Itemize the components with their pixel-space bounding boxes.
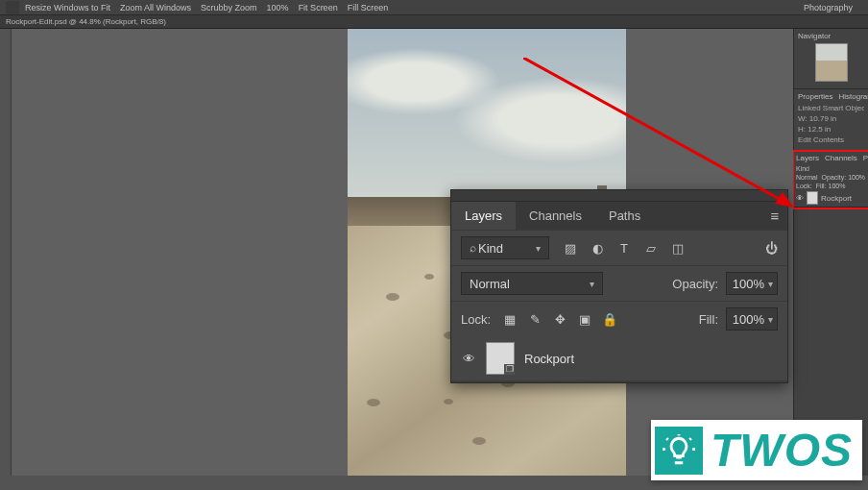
- filter-kind-dropdown[interactable]: ⌕ Kind ▾: [461, 236, 549, 259]
- prop-width: W: 10.79 in: [798, 114, 864, 123]
- fill-field[interactable]: 100% ▾: [726, 307, 778, 331]
- filter-adjust-icon[interactable]: ◐: [590, 240, 605, 256]
- opt-zoom-all[interactable]: Zoom All Windows: [120, 3, 191, 12]
- mini-paths-tab[interactable]: Paths: [863, 154, 868, 162]
- lightbulb-icon: [655, 427, 703, 475]
- blend-mode-dropdown[interactable]: Normal ▾: [461, 272, 603, 295]
- fill-label: Fill:: [699, 312, 718, 327]
- filter-type-icon[interactable]: T: [616, 240, 632, 256]
- opacity-field[interactable]: 100% ▾: [726, 272, 778, 295]
- chevron-down-icon: ▾: [536, 243, 541, 254]
- filter-toggle-icon[interactable]: ⏻: [765, 241, 778, 256]
- mini-lock[interactable]: Lock:: [796, 183, 812, 189]
- filter-pixel-icon[interactable]: ▨: [563, 240, 578, 256]
- lock-position-icon[interactable]: ✥: [552, 311, 567, 327]
- lock-label: Lock:: [461, 312, 491, 327]
- layers-panel[interactable]: Layers Channels Paths ≡ ⌕ Kind ▾ ▨ ◐ T ▱…: [450, 189, 788, 383]
- layer-list[interactable]: 👁 Rockport: [451, 336, 787, 382]
- navigator-thumb[interactable]: [815, 43, 848, 82]
- chevron-down-icon: ▾: [768, 314, 773, 325]
- opt-scrubby[interactable]: Scrubby Zoom: [201, 3, 257, 12]
- opt-resize[interactable]: Resize Windows to Fit: [25, 3, 110, 12]
- filter-smart-icon[interactable]: ◫: [670, 240, 686, 256]
- watermark-logo: TWOS: [651, 420, 862, 480]
- watermark-text: TWOS: [711, 424, 853, 477]
- opt-fit[interactable]: Fit Screen: [299, 3, 338, 12]
- mini-layer-thumb: [807, 191, 818, 205]
- opacity-value: 100%: [733, 277, 764, 291]
- mini-fill[interactable]: Fill: 100%: [816, 183, 846, 189]
- layer-name[interactable]: Rockport: [524, 352, 574, 366]
- mini-channels-tab[interactable]: Channels: [825, 154, 857, 162]
- properties-title: Properties: [798, 92, 832, 101]
- app-logo: [6, 1, 19, 14]
- right-dock: Navigator Properties Histogram Linked Sm…: [793, 29, 868, 476]
- svg-line-3: [666, 438, 667, 439]
- mini-blend[interactable]: Normal: [796, 174, 818, 181]
- prop-height: H: 12.5 in: [798, 125, 864, 134]
- filter-shape-icon[interactable]: ▱: [643, 240, 659, 256]
- properties-panel[interactable]: Properties Histogram Linked Smart Object…: [794, 89, 868, 152]
- blend-mode-value: Normal: [470, 277, 510, 291]
- svg-line-4: [689, 438, 690, 439]
- lock-all-icon[interactable]: 🔒: [602, 311, 617, 327]
- mini-opacity[interactable]: Opacity: 100%: [822, 174, 866, 181]
- mini-layers-tab[interactable]: Layers: [796, 154, 819, 162]
- navigator-title: Navigator: [798, 32, 831, 40]
- tab-channels[interactable]: Channels: [516, 202, 595, 230]
- lock-transparency-icon[interactable]: ▦: [502, 311, 518, 327]
- layer-thumb[interactable]: [486, 342, 515, 375]
- panel-menu-icon[interactable]: ≡: [762, 208, 787, 224]
- mini-layers-panel[interactable]: Layers Channels Paths Kind Normal Opacit…: [794, 152, 868, 208]
- fill-value: 100%: [733, 312, 764, 327]
- smart-object-label: Linked Smart Object: [798, 104, 864, 112]
- chevron-down-icon: ▾: [590, 279, 594, 289]
- mini-kind[interactable]: Kind: [796, 165, 809, 172]
- tools-panel[interactable]: [0, 29, 12, 476]
- opt-fill[interactable]: Fill Screen: [348, 3, 389, 12]
- chevron-down-icon: ▾: [768, 279, 773, 289]
- tab-layers[interactable]: Layers: [451, 202, 516, 230]
- filter-kind-value: Kind: [478, 241, 503, 256]
- mini-layer-row[interactable]: 👁 Rockport: [796, 191, 866, 205]
- navigator-panel[interactable]: Navigator: [794, 29, 868, 89]
- layer-row[interactable]: 👁 Rockport: [451, 336, 787, 380]
- panel-drag-handle[interactable]: [451, 190, 787, 202]
- visibility-eye-icon[interactable]: 👁: [461, 352, 476, 366]
- options-bar: Resize Windows to Fit Zoom All Windows S…: [0, 0, 868, 15]
- histogram-title: Histogram: [838, 92, 868, 101]
- lock-image-icon[interactable]: ✎: [527, 311, 542, 327]
- edit-contents[interactable]: Edit Contents: [798, 135, 864, 144]
- tab-paths[interactable]: Paths: [595, 202, 654, 230]
- lock-artboard-icon[interactable]: ▣: [577, 311, 592, 327]
- search-icon: ⌕: [470, 241, 476, 255]
- opacity-label: Opacity:: [672, 277, 718, 291]
- eye-icon[interactable]: 👁: [796, 194, 804, 203]
- opt-100[interactable]: 100%: [267, 3, 289, 12]
- document-tab[interactable]: Rockport-Edit.psd @ 44.8% (Rockport, RGB…: [0, 15, 868, 29]
- image-sky: [348, 29, 626, 197]
- workspace-label[interactable]: Photography: [804, 3, 853, 12]
- mini-layer-name: Rockport: [821, 194, 852, 203]
